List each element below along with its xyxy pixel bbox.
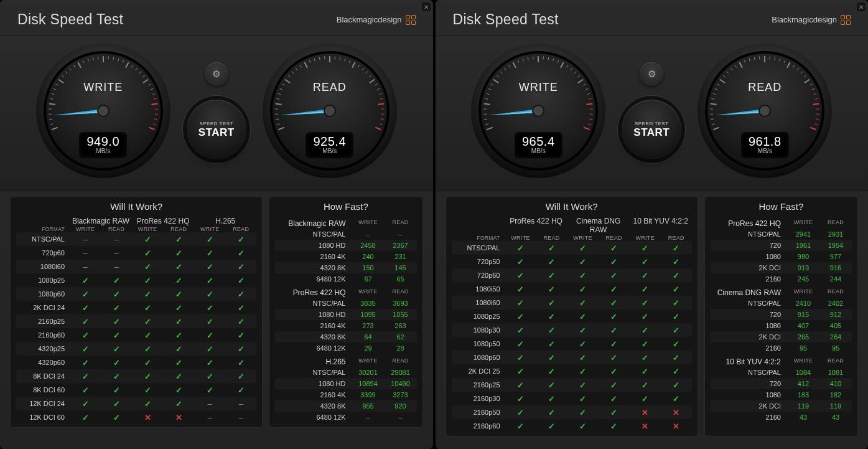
- status-mark: ✓: [101, 290, 132, 299]
- format-label: 8K DCI 60: [16, 386, 70, 394]
- write-fps-value: 29: [352, 344, 385, 352]
- table-row: 2160p60 ✓✓✓✓✓✓: [16, 328, 256, 342]
- format-label: 4320p25: [16, 345, 70, 352]
- read-fps-value: 2931: [819, 230, 852, 238]
- start-button[interactable]: SPEED TEST START: [187, 100, 246, 159]
- status-mark: ✓: [536, 408, 567, 417]
- table-row: 12K DCI 60 ✓✓✕✕––: [16, 410, 256, 424]
- status-mark: ✓: [70, 413, 101, 422]
- start-label: START: [633, 126, 670, 139]
- status-mark: ✓: [505, 380, 536, 390]
- resolution-label: 720: [711, 242, 787, 249]
- status-mark: ✓: [630, 380, 661, 390]
- codec-header: ProRes 422 HQ: [505, 215, 567, 235]
- status-mark: ✓: [536, 394, 567, 404]
- table-row: 4320 8K 64 62: [275, 331, 416, 343]
- resolution-label: 1080 HD: [275, 380, 352, 387]
- codec-header: Cinema DNG RAW: [567, 215, 630, 235]
- write-fps-value: 1961: [787, 242, 819, 249]
- read-speed-value: 925.4: [313, 135, 346, 149]
- write-fps-value: 3835: [352, 300, 385, 307]
- resolution-label: 1080: [711, 391, 787, 399]
- format-label: 2160p30: [452, 395, 505, 402]
- status-mark: ✓: [70, 399, 101, 409]
- close-icon[interactable]: ✕: [857, 2, 866, 11]
- table-row: 1080p25 ✓✓✓✓✓✓: [452, 310, 692, 323]
- resolution-label: 720: [711, 380, 787, 387]
- hf-group-name: 10 Bit YUV 4:2:2: [711, 357, 787, 366]
- hf-group-name: ProRes 422 HQ: [711, 219, 787, 228]
- read-fps-value: 977: [819, 253, 852, 260]
- status-mark: ✕: [661, 422, 692, 431]
- write-fps-value: 919: [787, 264, 819, 272]
- gauge-label: READ: [313, 81, 347, 94]
- col-write: WRITE: [787, 219, 819, 228]
- svg-line-55: [276, 104, 282, 105]
- gear-icon[interactable]: ⚙: [205, 62, 228, 86]
- resolution-label: 1080: [711, 253, 787, 260]
- brand-logo-icon: [841, 15, 851, 25]
- status-mark: –: [70, 248, 101, 258]
- codec-header: ProRes 422 HQ: [132, 215, 194, 226]
- table-row: 720p60 ––✓✓✓✓: [16, 246, 256, 260]
- resolution-label: 2160 4K: [275, 322, 352, 329]
- format-label: NTSC/PAL: [452, 244, 505, 252]
- status-mark: ✕: [132, 413, 163, 422]
- status-mark: ✓: [505, 339, 536, 349]
- table-row: 4320p25 ✓✓✓✓✓✓: [16, 342, 256, 356]
- close-icon[interactable]: ✕: [422, 2, 431, 11]
- write-fps-value: 43: [787, 414, 819, 421]
- app-window: ✕ Disk Speed Test Blackmagicdesign: [0, 0, 433, 449]
- status-mark: ✓: [70, 372, 101, 381]
- status-mark: ✓: [567, 394, 599, 404]
- resolution-label: 1080 HD: [275, 242, 352, 249]
- resolution-label: 1080: [711, 322, 787, 329]
- col-write: WRITE: [194, 226, 225, 232]
- status-mark: ✓: [567, 285, 599, 294]
- table-row: 12K DCI 24 ✓✓✓✓––: [16, 397, 256, 410]
- read-fps-value: 3693: [385, 300, 417, 307]
- gear-icon[interactable]: ⚙: [640, 62, 663, 86]
- table-row: 1080 407 405: [711, 320, 852, 331]
- table-row: NTSC/PAL ✓✓✓✓✓✓: [452, 241, 692, 255]
- col-read: READ: [101, 226, 132, 232]
- gauge-label: WRITE: [83, 81, 123, 94]
- table-row: 720 412 410: [711, 378, 852, 389]
- status-mark: ✓: [661, 394, 692, 404]
- table-row: 2160 4K 3399 3273: [275, 389, 416, 400]
- table-row: 2160p50 ✓✓✓✓✕✕: [452, 405, 692, 419]
- status-mark: ✓: [70, 344, 101, 354]
- start-button[interactable]: SPEED TEST START: [622, 100, 681, 159]
- col-read: READ: [819, 288, 852, 297]
- format-label: 1080p60: [452, 354, 505, 361]
- status-mark: ✓: [194, 385, 225, 395]
- status-mark: ✓: [567, 339, 599, 349]
- status-mark: ✓: [505, 285, 536, 294]
- status-mark: ✓: [567, 367, 599, 376]
- gauge-row: WRITE 965.4 MB/s ⚙ SPEED TEST START: [436, 35, 869, 191]
- status-mark: ✓: [70, 276, 101, 285]
- status-mark: ✓: [536, 380, 567, 390]
- status-mark: ✓: [536, 367, 567, 376]
- svg-point-93: [324, 105, 335, 116]
- read-fps-value: –: [385, 230, 417, 238]
- status-mark: ✓: [630, 367, 661, 376]
- format-label: 1080p25: [452, 313, 505, 320]
- format-label: 2160p60: [16, 331, 70, 339]
- how-fast-panel: How Fast? Blackmagic RAW WRITE READ NTSC…: [269, 196, 422, 428]
- resolution-label: 2160: [711, 275, 787, 283]
- format-header: FORMAT: [452, 235, 505, 241]
- write-gauge: WRITE 949.0 MB/s: [35, 42, 172, 179]
- start-label: START: [198, 126, 235, 139]
- status-mark: ✓: [567, 257, 599, 267]
- status-mark: ✓: [536, 339, 567, 349]
- status-mark: ✓: [505, 298, 536, 308]
- status-mark: ✓: [661, 380, 692, 390]
- status-mark: ✓: [630, 243, 661, 253]
- hf-group-name: ProRes 422 HQ: [275, 288, 352, 297]
- status-mark: ✓: [163, 344, 194, 354]
- gauge-readout: 965.4 MB/s: [515, 132, 562, 158]
- status-mark: ✓: [225, 262, 256, 272]
- read-fps-value: 29081: [385, 369, 417, 376]
- status-mark: ✓: [132, 358, 163, 367]
